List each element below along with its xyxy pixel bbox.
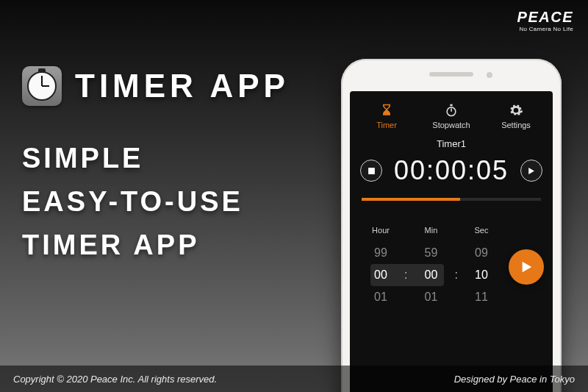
clock-icon bbox=[27, 71, 57, 101]
phone-mock: Timer Stopwatch Settings Timer1 bbox=[341, 59, 562, 392]
picker-sec-prev: 09 bbox=[462, 242, 501, 264]
picker-sec-sel: 10 bbox=[462, 264, 501, 286]
picker-hour[interactable]: Hour 99 00 01 bbox=[362, 226, 400, 308]
picker-hour-sel: 00 bbox=[362, 264, 400, 286]
phone-screen: Timer Stopwatch Settings Timer1 bbox=[350, 91, 553, 392]
play-icon bbox=[527, 167, 535, 175]
svg-marker-4 bbox=[529, 168, 535, 174]
timer-area: Timer1 00:00:05 bbox=[350, 134, 553, 201]
promo-stage: PEACE No Camera No Life TIMER APP SIMPLE… bbox=[0, 0, 588, 392]
timer-name: Timer1 bbox=[360, 138, 542, 149]
picker-min-sel: 00 bbox=[412, 264, 450, 286]
start-button[interactable] bbox=[509, 249, 544, 285]
tab-settings[interactable]: Settings bbox=[487, 103, 545, 129]
stop-button[interactable] bbox=[360, 160, 382, 182]
brand-block: PEACE No Camera No Life bbox=[517, 9, 573, 32]
picker-min-next: 01 bbox=[412, 286, 450, 308]
app-tagline: SIMPLE EASY-TO-USE TIMER APP bbox=[22, 137, 290, 267]
picker-sec-label: Sec bbox=[462, 226, 501, 235]
picker-min-prev: 59 bbox=[412, 242, 450, 264]
picker-sec-next: 11 bbox=[462, 286, 501, 308]
stopwatch-icon bbox=[444, 103, 459, 118]
gear-icon bbox=[509, 103, 523, 118]
play-small-button[interactable] bbox=[520, 160, 542, 182]
svg-rect-1 bbox=[450, 104, 452, 107]
app-title: TIMER APP bbox=[75, 68, 290, 104]
tagline-line-2: EASY-TO-USE bbox=[22, 180, 290, 224]
timer-progress bbox=[362, 198, 541, 201]
brand-tagline: No Camera No Life bbox=[517, 26, 573, 32]
brand-title: PEACE bbox=[517, 9, 573, 26]
picker-min-label: Min bbox=[412, 226, 450, 235]
tab-timer[interactable]: Timer bbox=[357, 103, 416, 129]
picker-colon-2: : bbox=[454, 234, 457, 300]
app-icon bbox=[22, 66, 62, 106]
footer-credit: Designed by Peace in Tokyo bbox=[454, 374, 575, 385]
picker-hour-prev: 99 bbox=[362, 242, 400, 264]
picker-hour-next: 01 bbox=[362, 286, 400, 308]
picker-hour-label: Hour bbox=[362, 226, 400, 235]
footer: Copyright © 2020 Peace Inc. All rights r… bbox=[0, 366, 588, 392]
time-readout: 00:00:05 bbox=[394, 155, 509, 186]
svg-marker-5 bbox=[523, 262, 532, 272]
tab-settings-label: Settings bbox=[501, 121, 531, 129]
timer-progress-fill bbox=[362, 198, 460, 201]
picker-area: Hour 99 00 01 : Min 59 bbox=[350, 226, 553, 308]
tab-stopwatch-label: Stopwatch bbox=[432, 121, 470, 129]
svg-rect-3 bbox=[368, 168, 375, 174]
tab-timer-label: Timer bbox=[376, 121, 397, 129]
headline-block: TIMER APP SIMPLE EASY-TO-USE TIMER APP bbox=[22, 66, 290, 267]
tagline-line-1: SIMPLE bbox=[22, 137, 290, 180]
tab-bar: Timer Stopwatch Settings bbox=[350, 91, 553, 134]
picker-min[interactable]: Min 59 00 01 bbox=[412, 226, 450, 308]
hourglass-icon bbox=[379, 103, 394, 118]
play-icon bbox=[520, 260, 533, 274]
tab-stopwatch[interactable]: Stopwatch bbox=[422, 103, 481, 129]
phone-speaker bbox=[429, 72, 473, 76]
phone-sensor bbox=[487, 72, 492, 78]
picker-colon-1: : bbox=[404, 234, 407, 300]
footer-copyright: Copyright © 2020 Peace Inc. All rights r… bbox=[13, 374, 217, 385]
tagline-line-3: TIMER APP bbox=[22, 224, 290, 267]
picker-sec[interactable]: Sec 09 10 11 bbox=[462, 226, 501, 308]
stop-icon bbox=[368, 167, 376, 175]
